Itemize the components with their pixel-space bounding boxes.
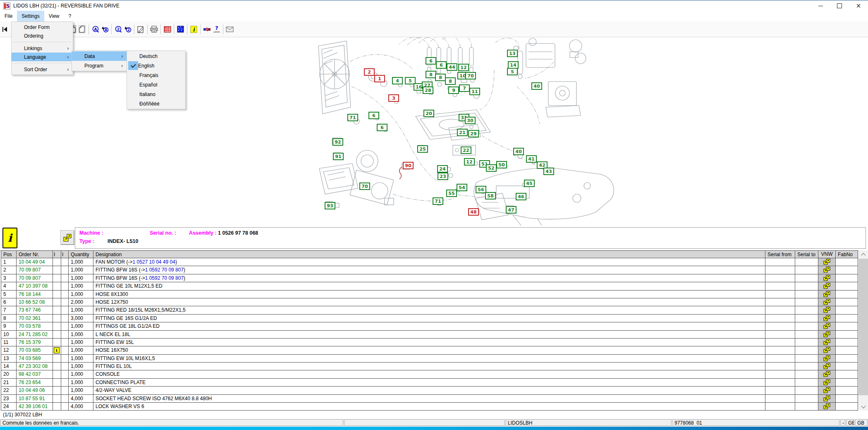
- diagram-callout-70[interactable]: 70: [359, 183, 370, 190]
- table-row[interactable]: 1374 03 5691,000FITTING EW 10L M16X1,5: [1, 355, 858, 363]
- menu-item-order-form[interactable]: Order Form: [12, 23, 73, 31]
- menu-view[interactable]: View: [44, 11, 64, 22]
- cell-vnw[interactable]: [818, 258, 836, 266]
- diagram-callout-3[interactable]: 3: [388, 94, 399, 102]
- table-row[interactable]: 970 03 5781,000FITTINGS GE 18L G1/2A ED: [1, 322, 858, 330]
- scroll-down-icon[interactable]: [858, 403, 868, 411]
- diagram-callout-2[interactable]: 2: [364, 68, 375, 76]
- table-row[interactable]: 2310 87 55 914,000SOCKET HEAD SCREW ISO …: [1, 395, 858, 403]
- designation-link[interactable]: 1 0592 70 09 807: [145, 267, 184, 273]
- diagram-callout-45[interactable]: 45: [524, 180, 535, 187]
- diagram-callout-1[interactable]: 1: [374, 75, 385, 82]
- menu-item-fran-ais[interactable]: Français: [127, 70, 185, 80]
- column-header-designation[interactable]: Designation: [93, 250, 765, 258]
- diagram-callout-92[interactable]: 92: [332, 138, 343, 146]
- table-row[interactable]: 2210 04 49 061,0004/2-WAY VALVE: [1, 387, 858, 394]
- table-row[interactable]: 110 04 49 041,000FAN MOTOR (->1 0527 10 …: [1, 258, 858, 266]
- table-row[interactable]: 2098 42 0371,000CONSOLE: [1, 370, 858, 378]
- page-copy-icon[interactable]: [78, 24, 86, 35]
- diagram-callout-22[interactable]: 22: [461, 147, 471, 154]
- diagram-callout-46[interactable]: 46: [516, 193, 526, 200]
- menu-item-linkings[interactable]: Linkings›: [12, 44, 73, 53]
- table-row[interactable]: 1270 03 685i1,000HOSE 16X750: [1, 346, 858, 354]
- cell-order-nr[interactable]: 42 39 106 01: [17, 403, 53, 411]
- menu-item-program[interactable]: Program›: [72, 61, 127, 70]
- cell-order-nr[interactable]: 10 87 55 91: [17, 395, 53, 403]
- menu-item-italiano[interactable]: Italiano: [127, 89, 185, 99]
- diagram-callout-52[interactable]: 52: [486, 164, 497, 172]
- zoom-all-icon[interactable]: A: [91, 24, 99, 35]
- table-row[interactable]: 2176 23 6541,000CONNECTING PLATE: [1, 379, 858, 387]
- diagram-callout-71[interactable]: 71: [347, 114, 358, 121]
- info-icon[interactable]: i: [190, 24, 198, 35]
- cell-order-nr[interactable]: 70 03 685: [17, 346, 53, 354]
- diagram-callout-21[interactable]: 21: [457, 129, 468, 136]
- cell-order-nr[interactable]: 10 66 52 08: [17, 298, 53, 306]
- designation-link[interactable]: 1 0592 70 09 807: [145, 275, 184, 281]
- schematic-icon[interactable]: [177, 24, 184, 35]
- zoom-2d-back-icon[interactable]: 2: [124, 24, 132, 35]
- parts-table-icon[interactable]: [163, 24, 171, 35]
- cell-order-nr[interactable]: 70 09 807: [17, 274, 53, 282]
- column-header-pos[interactable]: Pos: [1, 250, 17, 258]
- cell-vnw[interactable]: [818, 322, 836, 330]
- designation-link[interactable]: 1 0527 10 04 49 04: [132, 259, 175, 265]
- cell-order-nr[interactable]: 70 02 361: [17, 315, 53, 322]
- diagram-callout-47[interactable]: 47: [506, 206, 516, 214]
- print-icon[interactable]: [150, 24, 158, 35]
- diagram-callout-5[interactable]: 5: [507, 68, 518, 75]
- menu-file[interactable]: File: [0, 11, 17, 22]
- table-row[interactable]: 270 09 8071,000FITTING BFW 16S (->1 0592…: [1, 266, 858, 274]
- diagram-callout-28[interactable]: 28: [423, 86, 433, 94]
- column-header-fabno[interactable]: FabNo: [836, 250, 858, 258]
- menu-item-english[interactable]: English: [127, 61, 185, 70]
- diagram-callout-40[interactable]: 40: [531, 82, 542, 90]
- zoom-back-icon[interactable]: A: [101, 24, 109, 35]
- table-row[interactable]: 447 10 397 081,000FITTING GE 10L M12X1,5…: [1, 282, 858, 290]
- diagram-callout-30[interactable]: 30: [465, 117, 476, 124]
- cell-vnw[interactable]: [818, 379, 836, 387]
- linking-button[interactable]: [60, 230, 74, 245]
- cell-vnw[interactable]: [818, 331, 836, 339]
- diagram-callout-25[interactable]: 25: [417, 145, 428, 153]
- cell-vnw[interactable]: [818, 370, 836, 378]
- cell-vnw[interactable]: [818, 274, 836, 282]
- menu-item-sort-order[interactable]: Sort Order›: [12, 65, 73, 74]
- menu-item-item[interactable]: Ðóññêèé: [127, 99, 185, 108]
- zoom-2d-icon[interactable]: 2: [114, 24, 122, 35]
- table-row[interactable]: 370 09 8071,000FITTING BFW 16S (->1 0592…: [1, 274, 858, 282]
- diagram-callout-13[interactable]: 13: [507, 50, 518, 57]
- order-handshake-icon[interactable]: [203, 24, 211, 35]
- info-button[interactable]: i: [2, 228, 17, 248]
- diagram-callout-12[interactable]: 12: [464, 158, 475, 166]
- scroll-up-icon[interactable]: [858, 250, 868, 258]
- cell-order-nr[interactable]: 74 03 569: [17, 355, 53, 363]
- cell-vnw[interactable]: [818, 315, 836, 322]
- diagram-callout-9[interactable]: 9: [448, 86, 459, 94]
- table-row[interactable]: 1447 23 302 081,000FITTING EL 10L: [1, 363, 858, 370]
- diagram-callout-55[interactable]: 55: [446, 190, 457, 197]
- diagram-callout-71[interactable]: 71: [433, 197, 443, 205]
- table-row[interactable]: 1176 15 3791,000FITTING EW 15L: [1, 339, 858, 346]
- scrollbar-thumb[interactable]: [858, 259, 868, 395]
- row-info-icon[interactable]: i: [54, 347, 60, 353]
- cell-vnw[interactable]: [818, 266, 836, 274]
- column-header-order-nr[interactable]: Order Nr.: [17, 250, 53, 258]
- diagram-callout-23[interactable]: 23: [438, 173, 448, 180]
- diagram-callout-20[interactable]: 20: [423, 110, 434, 117]
- cell-vnw[interactable]: [818, 282, 836, 290]
- diagram-callout-91[interactable]: 91: [333, 153, 344, 160]
- cell-vnw[interactable]: [818, 403, 836, 411]
- edit-note-icon[interactable]: [137, 24, 145, 35]
- cell-vnw[interactable]: [818, 306, 836, 314]
- diagram-callout-6[interactable]: 6: [426, 57, 436, 65]
- menu-help[interactable]: ?: [64, 11, 76, 22]
- diagram-callout-8[interactable]: 8: [435, 74, 446, 81]
- cell-order-nr[interactable]: 10 04 49 04: [17, 258, 53, 266]
- menu-item-ordering[interactable]: Ordering: [12, 31, 73, 40]
- table-row[interactable]: 2442 39 106 014,000LOCK WASHER VS 6: [1, 403, 858, 411]
- cell-order-nr[interactable]: 98 42 037: [17, 370, 53, 378]
- diagram-callout-6[interactable]: 6: [377, 124, 387, 131]
- table-row[interactable]: 1024 71 285 021,000L NECK EL 18L: [1, 331, 858, 339]
- cell-vnw[interactable]: [818, 298, 836, 306]
